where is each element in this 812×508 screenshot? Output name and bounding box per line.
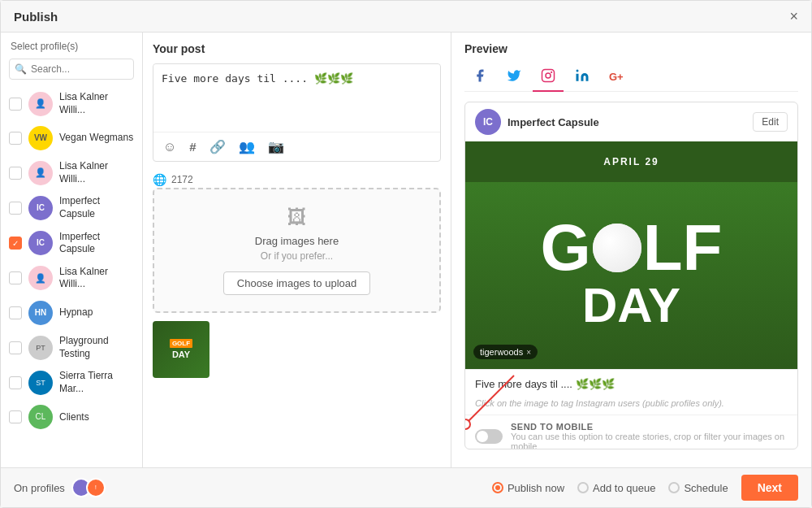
close-button[interactable]: ×	[789, 9, 798, 24]
tab-linkedin[interactable]	[567, 63, 598, 92]
profile-checkbox-3[interactable]	[9, 167, 22, 180]
image-preview-golf: GOLF DAY	[153, 321, 209, 378]
profile-item-8[interactable]: PT Playground Testing	[1, 330, 142, 365]
publish-now-option[interactable]: Publish now	[492, 482, 564, 494]
add-to-queue-label: Add to queue	[593, 482, 655, 494]
profile-name-8: Playground Testing	[59, 335, 134, 360]
send-mobile-toggle[interactable]	[475, 429, 503, 444]
profile-avatar-9: ST	[28, 371, 53, 395]
preview-avatar: IC	[475, 109, 501, 135]
profile-avatar-10: CL	[28, 405, 53, 429]
next-button[interactable]: Next	[741, 475, 798, 501]
link-button[interactable]: 🔗	[208, 137, 227, 156]
profile-checkbox-10[interactable]	[9, 410, 22, 423]
profile-avatar-6: 👤	[28, 266, 53, 290]
publish-modal: Publish × Select profile(s) 🔍 👤 Lisa Kal…	[0, 0, 812, 508]
profile-avatar-4: IC	[28, 196, 53, 220]
send-mobile-label: SEND TO MOBILE	[511, 422, 788, 432]
preview-profile-left: IC Imperfect Capsule	[475, 109, 599, 135]
post-textarea[interactable]: Five more days til .... 🌿🌿🌿	[153, 64, 440, 129]
profile-avatar-8: PT	[28, 336, 53, 360]
left-panel: Select profile(s) 🔍 👤 Lisa Kalner Willi.…	[1, 33, 143, 467]
profile-name-2: Vegan Wegmans	[59, 132, 133, 145]
tag-badge: tigerwoods ×	[473, 345, 538, 359]
svg-rect-0	[542, 70, 555, 82]
profile-item-9[interactable]: ST Sierra Tierra Mar...	[1, 365, 142, 400]
instagram-icon	[541, 68, 555, 83]
profile-item-7[interactable]: HN Hypnap	[1, 296, 142, 330]
golf-text-row: G LF	[541, 219, 723, 277]
profile-checkbox-4[interactable]	[9, 202, 22, 215]
profile-checkbox-2[interactable]	[9, 132, 22, 145]
profile-item-6[interactable]: 👤 Lisa Kalner Willi...	[1, 261, 142, 296]
choose-images-button[interactable]: Choose images to upload	[223, 271, 370, 295]
schedule-radio[interactable]	[668, 482, 680, 493]
profile-name-5: Imperfect Capsule	[59, 231, 134, 256]
profile-checkbox-5[interactable]	[9, 237, 22, 250]
middle-title: Your post	[153, 42, 441, 55]
preview-card: IC Imperfect Capsule Edit APRIL 29 G LF	[464, 102, 798, 449]
publish-now-radio[interactable]	[492, 482, 503, 493]
tab-instagram[interactable]	[533, 63, 564, 92]
schedule-option[interactable]: Schedule	[668, 482, 728, 494]
post-toolbar: ☺ # 🔗 👥 📷	[153, 132, 440, 161]
add-to-queue-option[interactable]: Add to queue	[577, 482, 655, 494]
profile-checkbox-9[interactable]	[9, 376, 22, 389]
add-to-queue-radio[interactable]	[577, 482, 589, 493]
twitter-icon	[507, 68, 521, 83]
user-tag-button[interactable]: 👥	[237, 137, 257, 156]
image-upload-toolbar-button[interactable]: 📷	[266, 137, 286, 156]
profile-name-7: Hypnap	[59, 306, 93, 319]
linkedin-icon	[575, 68, 590, 83]
preview-profile-name: Imperfect Capsule	[508, 116, 599, 128]
profile-avatar-3: 👤	[28, 161, 53, 185]
profile-item-1[interactable]: 👤 Lisa Kalner Willi...	[1, 86, 142, 121]
profile-avatar-7: HN	[28, 301, 53, 325]
profile-checkbox-7[interactable]	[9, 306, 22, 319]
drag-images-text: Drag images here	[171, 235, 423, 247]
golf-lf-letters: LF	[643, 219, 723, 277]
social-tabs: G+	[464, 63, 798, 92]
preview-strip: APRIL 29	[465, 141, 797, 182]
preview-caption: Five more days til .... 🌿🌿🌿	[465, 369, 797, 398]
tab-twitter[interactable]	[499, 63, 529, 92]
profile-avatar-2: VW	[28, 126, 53, 150]
golf-day-preview[interactable]: G LF DAY tigerwoods ×	[465, 182, 797, 369]
edit-button[interactable]: Edit	[753, 112, 788, 132]
modal-title: Publish	[14, 10, 58, 24]
profile-item-3[interactable]: 👤 Lisa Kalner Willi...	[1, 155, 142, 190]
schedule-label: Schedule	[684, 482, 728, 494]
profile-name-4: Imperfect Capsule	[59, 195, 134, 220]
profile-item-2[interactable]: VW Vegan Wegmans	[1, 121, 142, 155]
publish-options: Publish now Add to queue Schedule	[492, 482, 728, 494]
emoji-button[interactable]: ☺	[162, 138, 178, 156]
search-box: 🔍	[9, 59, 134, 80]
golf-g-letter: G	[541, 219, 591, 277]
right-panel: Preview G+	[451, 33, 811, 467]
profile-checkbox-8[interactable]	[9, 341, 22, 354]
profile-avatar-1: 👤	[28, 92, 53, 116]
send-mobile-col: SEND TO MOBILE You can use this option t…	[511, 422, 788, 449]
modal-body: Select profile(s) 🔍 👤 Lisa Kalner Willi.…	[1, 33, 811, 467]
tab-facebook[interactable]	[464, 63, 495, 92]
profile-checkbox-6[interactable]	[9, 271, 22, 284]
tag-remove-button[interactable]: ×	[526, 348, 531, 357]
profile-name-9: Sierra Tierra Mar...	[59, 370, 134, 395]
mini-avatar-notification: !	[86, 478, 106, 497]
search-icon: 🔍	[15, 63, 27, 75]
golf-day-word: DAY	[582, 277, 680, 333]
search-input[interactable]	[9, 59, 134, 80]
profile-item-4[interactable]: IC Imperfect Capsule	[1, 190, 142, 225]
facebook-icon	[473, 68, 487, 83]
middle-panel: Your post Five more days til .... 🌿🌿🌿 ☺ …	[143, 33, 451, 467]
profile-item-5[interactable]: IC Imperfect Capsule	[1, 226, 142, 261]
footer-right: Publish now Add to queue Schedule Next	[492, 475, 798, 501]
or-prefer-text: Or if you prefer...	[171, 250, 423, 262]
hashtag-button[interactable]: #	[188, 138, 197, 155]
golf-day-label: DAY	[172, 350, 190, 360]
profile-checkbox-1[interactable]	[9, 98, 22, 111]
profile-item-10[interactable]: CL Clients	[1, 400, 142, 434]
golf-day-thumbnail: GOLF DAY	[153, 321, 209, 378]
tab-googleplus[interactable]: G+	[601, 66, 632, 89]
svg-point-1	[546, 73, 551, 78]
